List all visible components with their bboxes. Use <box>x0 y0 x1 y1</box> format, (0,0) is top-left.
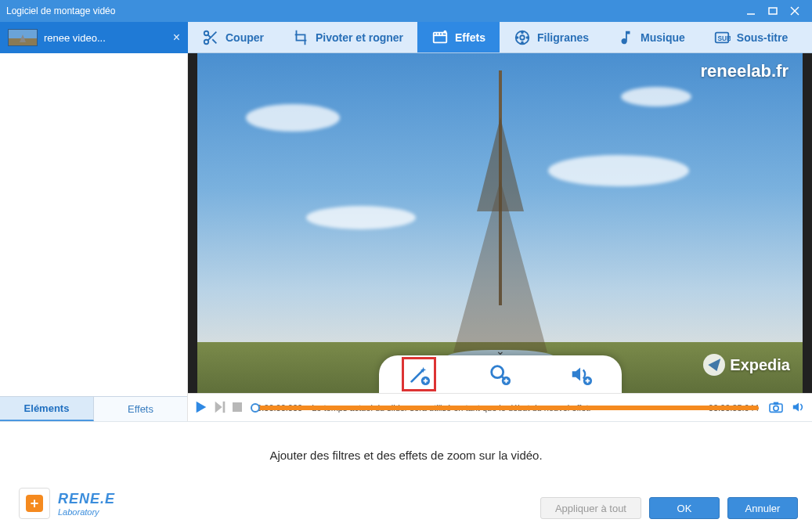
video-preview[interactable]: reneelab.fr Expedia ⌄ <box>197 53 803 393</box>
toolbar-watermark-label: Filigranes <box>537 31 589 44</box>
svg-text:SUB: SUB <box>717 34 731 41</box>
sidebar-tab-effects[interactable]: Effets <box>94 397 187 421</box>
zoom-icon <box>488 362 511 386</box>
scissors-icon <box>202 29 219 46</box>
bottom-panel: Ajouter des filtres et des effets de zoo… <box>0 421 812 530</box>
svg-point-18 <box>521 41 523 43</box>
toolbar: Couper Pivoter et rogner Effets Filigran… <box>188 22 812 53</box>
toolbar-effects-label: Effets <box>455 31 485 44</box>
music-note-icon <box>617 29 634 46</box>
toolbar-music[interactable]: Musique <box>603 22 699 52</box>
apply-all-label: Appliquer à tout <box>555 503 626 514</box>
cancel-button[interactable]: Annuler <box>727 497 798 519</box>
ok-label: OK <box>677 503 692 514</box>
svg-line-8 <box>208 34 211 38</box>
play-button[interactable] <box>194 400 208 416</box>
add-audio-button[interactable] <box>565 359 597 390</box>
window-title: Logiciel de montage vidéo <box>6 5 740 16</box>
preview-panel: reneelab.fr Expedia ⌄ <box>188 53 812 421</box>
effects-icon <box>431 29 449 46</box>
magic-wand-icon <box>407 362 431 386</box>
toolbar-cut-label: Couper <box>226 31 264 44</box>
close-button[interactable] <box>784 3 806 19</box>
step-forward-button[interactable] <box>213 400 227 416</box>
snapshot-button[interactable] <box>768 401 784 415</box>
add-filter-button[interactable] <box>403 359 435 390</box>
sidebar-tab-elements[interactable]: Eléments <box>0 397 94 421</box>
add-zoom-button[interactable] <box>484 359 515 390</box>
volume-button[interactable] <box>792 401 806 415</box>
toolbar-subtitle-label: Sous-titre <box>737 31 788 44</box>
file-tab-close-icon[interactable]: × <box>173 31 180 45</box>
sidebar-tab-elements-label: Eléments <box>24 402 70 414</box>
expedia-label: Expedia <box>730 356 790 374</box>
logo-line2: Laboratory <box>58 507 115 517</box>
file-tab-name: renee video... <box>44 32 106 44</box>
maximize-button[interactable] <box>762 3 784 19</box>
svg-marker-36 <box>215 401 222 412</box>
svg-rect-1 <box>769 8 777 14</box>
toolbar-rotate-label: Pivoter et rogner <box>316 31 403 44</box>
svg-point-4 <box>204 31 209 35</box>
brand-logo: + RENE.E Laboratory <box>19 488 115 519</box>
sidebar-tabs: Eléments Effets <box>0 396 187 421</box>
apply-all-button[interactable]: Appliquer à tout <box>540 497 641 519</box>
toolbar-subtitle[interactable]: SUB Sous-titre <box>699 22 802 52</box>
file-tab[interactable]: renee video... × <box>0 22 188 53</box>
logo-badge-icon: + <box>19 488 50 519</box>
svg-point-40 <box>774 406 778 410</box>
svg-point-16 <box>520 35 525 40</box>
title-bar: Logiciel de montage vidéo <box>0 0 812 22</box>
crop-rotate-icon <box>292 29 309 46</box>
subtitle-icon: SUB <box>713 29 731 46</box>
cancel-label: Annuler <box>745 503 781 514</box>
toolbar-music-label: Musique <box>641 31 685 44</box>
file-thumbnail-icon <box>8 29 38 46</box>
svg-rect-38 <box>233 402 242 412</box>
svg-line-7 <box>212 39 216 43</box>
toolbar-effects[interactable]: Effets <box>417 22 500 52</box>
chevron-down-icon[interactable]: ⌄ <box>496 344 505 357</box>
ok-button[interactable]: OK <box>649 497 720 519</box>
watermark-icon <box>514 29 531 46</box>
video-scene <box>197 53 803 393</box>
watermark-bottom-right: Expedia <box>703 354 790 376</box>
main-area: Eléments Effets reneelab.fr Expedia <box>0 53 812 421</box>
svg-point-19 <box>517 37 518 38</box>
svg-point-14 <box>444 31 446 32</box>
watermark-top-right: reneelab.fr <box>701 61 789 81</box>
timeline-track[interactable] <box>255 406 759 410</box>
toolbar-watermark[interactable]: Filigranes <box>500 22 603 52</box>
logo-line1: RENE.E <box>58 491 115 507</box>
sidebar: Eléments Effets <box>0 53 188 421</box>
effects-popover: ⌄ <box>379 355 622 393</box>
svg-point-20 <box>526 37 528 38</box>
sidebar-tab-effects-label: Effets <box>128 403 153 415</box>
speaker-icon <box>569 362 593 386</box>
svg-rect-37 <box>223 401 226 412</box>
expedia-logo-icon <box>703 354 725 376</box>
svg-point-5 <box>204 39 209 44</box>
button-row: Appliquer à tout OK Annuler <box>540 497 798 519</box>
stop-button[interactable] <box>232 402 243 414</box>
toolbar-cut[interactable]: Couper <box>188 22 278 52</box>
top-row: renee video... × Couper Pivoter et rogne… <box>0 22 812 53</box>
timeline-thumb[interactable] <box>251 403 260 413</box>
info-text: Ajouter des filtres et des effets de zoo… <box>0 422 812 462</box>
svg-rect-41 <box>774 402 778 404</box>
svg-point-17 <box>521 31 523 33</box>
svg-marker-35 <box>197 401 207 412</box>
minimize-button[interactable] <box>740 3 762 19</box>
toolbar-rotate-crop[interactable]: Pivoter et rogner <box>278 22 417 52</box>
